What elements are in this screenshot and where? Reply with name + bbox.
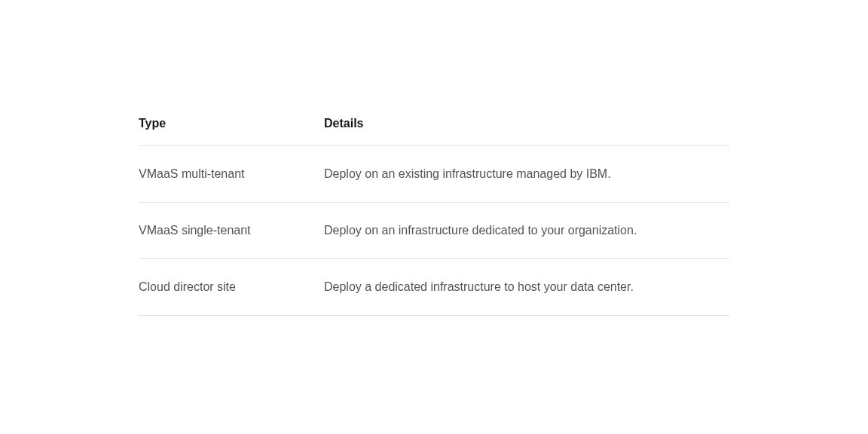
table-container: Type Details VMaaS multi-tenant Deploy o… bbox=[139, 117, 729, 316]
cell-details: Deploy on an infrastructure dedicated to… bbox=[312, 203, 729, 259]
header-type: Type bbox=[139, 117, 312, 146]
table-header-row: Type Details bbox=[139, 117, 729, 146]
cell-type: Cloud director site bbox=[139, 259, 312, 316]
cell-details: Deploy on an existing infrastructure man… bbox=[312, 146, 729, 203]
cell-type: VMaaS single-tenant bbox=[139, 203, 312, 259]
table-row: VMaaS single-tenant Deploy on an infrast… bbox=[139, 203, 729, 259]
cell-details: Deploy a dedicated infrastructure to hos… bbox=[312, 259, 729, 316]
cell-type: VMaaS multi-tenant bbox=[139, 146, 312, 203]
table-row: VMaaS multi-tenant Deploy on an existing… bbox=[139, 146, 729, 203]
table-row: Cloud director site Deploy a dedicated i… bbox=[139, 259, 729, 316]
provisioning-table: Type Details VMaaS multi-tenant Deploy o… bbox=[139, 117, 729, 316]
header-details: Details bbox=[312, 117, 729, 146]
